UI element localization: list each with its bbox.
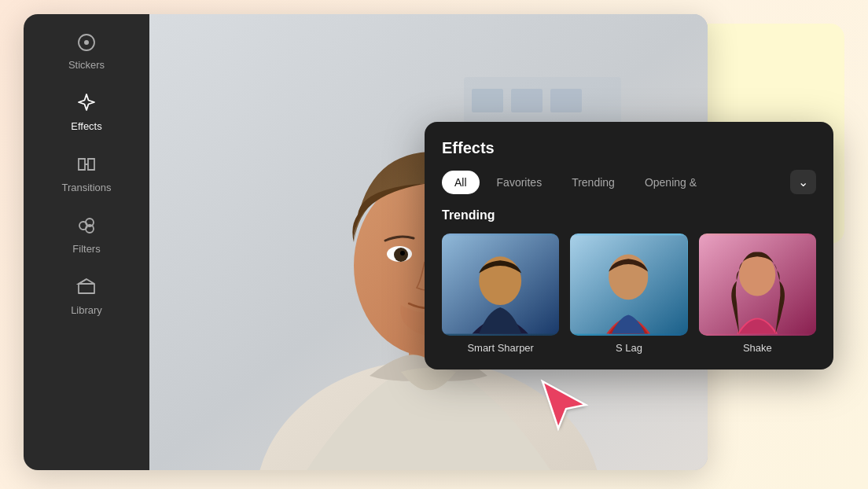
svg-point-1 xyxy=(84,40,89,45)
sidebar: Stickers Effects Transitions xyxy=(24,14,149,470)
effect-card-shake[interactable]: Shake xyxy=(699,233,816,354)
effect-name-smart-sharper: Smart Sharper xyxy=(442,342,559,354)
sidebar-item-transitions[interactable]: Transitions xyxy=(24,143,149,204)
effect-thumb-s-lag xyxy=(570,233,687,336)
sidebar-item-effects-label: Effects xyxy=(71,120,102,132)
sidebar-item-library[interactable]: Library xyxy=(24,266,149,327)
effect-name-s-lag: S Lag xyxy=(570,342,687,354)
transitions-icon xyxy=(76,154,97,178)
svg-rect-9 xyxy=(511,89,542,112)
sidebar-item-library-label: Library xyxy=(71,304,102,316)
effect-thumb-smart-sharper xyxy=(442,233,559,336)
filter-tabs: All Favorites Trending Opening & ⌄ xyxy=(442,170,816,194)
trending-section-label: Trending xyxy=(442,208,816,222)
sidebar-item-filters-label: Filters xyxy=(72,243,100,255)
effect-card-smart-sharper[interactable]: Smart Sharper xyxy=(442,233,559,354)
effects-icon xyxy=(76,93,97,116)
sidebar-item-stickers-label: Stickers xyxy=(68,59,105,71)
sidebar-item-filters[interactable]: Filters xyxy=(24,204,149,266)
smart-sharper-preview xyxy=(442,233,559,336)
svg-point-20 xyxy=(400,251,405,256)
tab-trending[interactable]: Trending xyxy=(559,171,627,194)
tab-opening[interactable]: Opening & xyxy=(632,171,709,194)
tab-favorites[interactable]: Favorites xyxy=(484,171,555,194)
sidebar-item-effects[interactable]: Effects xyxy=(24,82,149,143)
stickers-icon xyxy=(77,33,96,55)
filters-icon xyxy=(76,215,97,239)
effects-panel: Effects All Favorites Trending Opening &… xyxy=(425,122,833,370)
shake-preview xyxy=(699,233,816,336)
effects-grid: Smart Sharper xyxy=(442,233,816,354)
tab-all[interactable]: All xyxy=(442,171,480,194)
effect-thumb-shake xyxy=(699,233,816,336)
sidebar-item-transitions-label: Transitions xyxy=(61,182,111,193)
effects-panel-title: Effects xyxy=(442,139,816,157)
svg-rect-8 xyxy=(472,89,503,112)
sidebar-item-stickers[interactable]: Stickers xyxy=(24,22,149,82)
library-icon xyxy=(76,277,97,300)
chevron-down-icon: ⌄ xyxy=(798,175,808,189)
effect-card-s-lag[interactable]: S Lag xyxy=(570,233,687,354)
s-lag-preview xyxy=(570,233,687,336)
effect-name-shake: Shake xyxy=(699,342,816,354)
svg-rect-10 xyxy=(550,89,582,112)
dropdown-button[interactable]: ⌄ xyxy=(790,170,816,194)
